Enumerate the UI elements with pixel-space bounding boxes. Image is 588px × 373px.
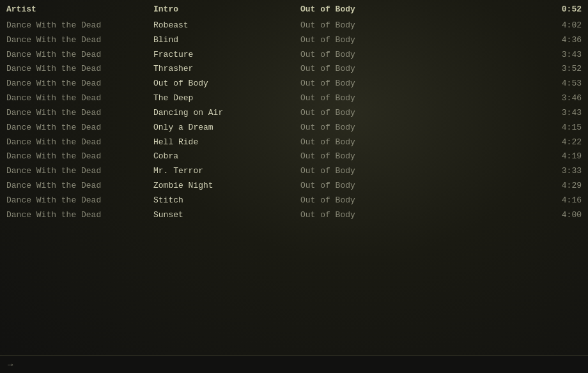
track-row[interactable]: Dance With the Dead Hell Ride Out of Bod… (0, 135, 588, 150)
track-row[interactable]: Dance With the Dead Sunset Out of Body 4… (0, 208, 588, 223)
track-title: Mr. Terror (153, 165, 300, 178)
track-duration: 4:53 (543, 78, 582, 90)
track-duration: 3:43 (543, 107, 582, 119)
track-title: The Deep (153, 93, 300, 105)
track-row[interactable]: Dance With the Dead Thrasher Out of Body… (0, 62, 588, 77)
header-duration: 0:52 (543, 4, 582, 16)
track-duration: 3:52 (543, 63, 582, 75)
track-album: Out of Body (300, 209, 383, 222)
track-album: Out of Body (300, 122, 383, 134)
track-list: Artist Intro Out of Body 0:52 Dance With… (0, 0, 588, 225)
track-album: Out of Body (300, 63, 383, 75)
track-artist: Dance With the Dead (6, 151, 153, 163)
track-album: Out of Body (300, 107, 383, 119)
bottom-bar: → (0, 355, 588, 373)
track-title: Fracture (153, 49, 300, 61)
track-album: Out of Body (300, 78, 383, 90)
track-artist: Dance With the Dead (6, 49, 153, 61)
track-duration: 4:19 (543, 151, 582, 163)
track-album: Out of Body (300, 34, 383, 47)
track-row[interactable]: Dance With the Dead Blind Out of Body 4:… (0, 33, 588, 48)
track-row[interactable]: Dance With the Dead Stitch Out of Body 4… (0, 194, 588, 208)
track-album: Out of Body (300, 49, 383, 61)
track-title: Only a Dream (153, 122, 300, 134)
track-artist: Dance With the Dead (6, 78, 153, 90)
track-duration: 4:22 (543, 137, 582, 149)
track-duration: 3:46 (543, 93, 582, 105)
track-album: Out of Body (300, 93, 383, 105)
track-title: Zombie Night (153, 180, 300, 192)
track-artist: Dance With the Dead (6, 122, 153, 134)
track-title: Dancing on Air (153, 107, 300, 119)
track-artist: Dance With the Dead (6, 180, 153, 192)
track-artist: Dance With the Dead (6, 165, 153, 178)
track-row[interactable]: Dance With the Dead Mr. Terror Out of Bo… (0, 164, 588, 179)
track-title: Stitch (153, 195, 300, 207)
track-artist: Dance With the Dead (6, 209, 153, 222)
track-artist: Dance With the Dead (6, 93, 153, 105)
arrow-icon: → (8, 360, 13, 370)
header-artist: Artist (6, 4, 153, 16)
track-album: Out of Body (300, 195, 383, 207)
track-title: Hell Ride (153, 137, 300, 149)
track-artist: Dance With the Dead (6, 63, 153, 75)
track-duration: 3:43 (543, 49, 582, 61)
track-row[interactable]: Dance With the Dead The Deep Out of Body… (0, 91, 588, 106)
header-title: Intro (153, 4, 300, 16)
track-row[interactable]: Dance With the Dead Cobra Out of Body 4:… (0, 149, 588, 164)
track-album: Out of Body (300, 180, 383, 192)
track-duration: 4:15 (543, 122, 582, 134)
track-artist: Dance With the Dead (6, 107, 153, 119)
track-duration: 4:36 (543, 34, 582, 47)
track-title: Thrasher (153, 63, 300, 75)
track-duration: 4:02 (543, 20, 582, 32)
track-artist: Dance With the Dead (6, 20, 153, 32)
track-row[interactable]: Dance With the Dead Dancing on Air Out o… (0, 106, 588, 121)
track-artist: Dance With the Dead (6, 195, 153, 207)
track-artist: Dance With the Dead (6, 137, 153, 149)
track-row[interactable]: Dance With the Dead Only a Dream Out of … (0, 121, 588, 135)
header-album: Out of Body (300, 4, 383, 16)
track-album: Out of Body (300, 151, 383, 163)
track-title: Blind (153, 34, 300, 47)
track-list-header: Artist Intro Out of Body 0:52 (0, 3, 588, 17)
track-duration: 4:00 (543, 209, 582, 222)
track-title: Sunset (153, 209, 300, 222)
track-title: Robeast (153, 20, 300, 32)
track-duration: 4:16 (543, 195, 582, 207)
track-row[interactable]: Dance With the Dead Robeast Out of Body … (0, 19, 588, 33)
track-row[interactable]: Dance With the Dead Fracture Out of Body… (0, 48, 588, 63)
track-row[interactable]: Dance With the Dead Out of Body Out of B… (0, 77, 588, 91)
track-album: Out of Body (300, 165, 383, 178)
track-title: Out of Body (153, 78, 300, 90)
track-album: Out of Body (300, 20, 383, 32)
track-title: Cobra (153, 151, 300, 163)
track-artist: Dance With the Dead (6, 34, 153, 47)
track-duration: 4:29 (543, 180, 582, 192)
track-album: Out of Body (300, 137, 383, 149)
track-row[interactable]: Dance With the Dead Zombie Night Out of … (0, 179, 588, 194)
track-duration: 3:33 (543, 165, 582, 178)
